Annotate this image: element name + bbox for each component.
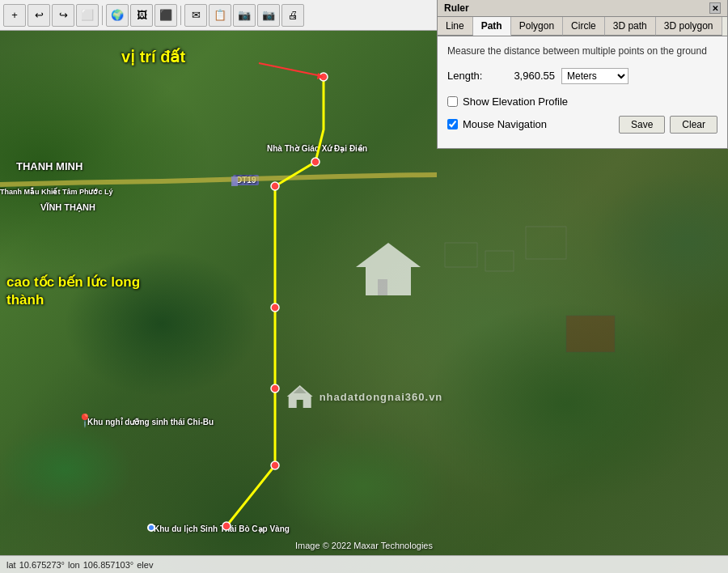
toolbar-btn-rect[interactable]: ⬜ <box>76 4 99 27</box>
tab-line[interactable]: Line <box>438 17 473 36</box>
poi-marker-chibu: 📍 <box>77 413 93 428</box>
tab-3dpolygon[interactable]: 3D polygon <box>656 17 722 36</box>
toolbar: + ↩ ↪ ⬜ 🌍 🖼 ⬛ ✉ 📋 📷 📷 🖨 <box>0 0 437 31</box>
ruler-mouse-nav-row: Mouse Navigation Save Clear <box>447 116 717 134</box>
ruler-panel: Ruler ✕ Line Path Polygon Circle 3D path… <box>437 0 728 149</box>
blue-dot-bocapvang <box>147 524 155 532</box>
ruler-body: Measure the distance between multiple po… <box>438 36 727 148</box>
toolbar-btn-back[interactable]: ↩ <box>28 4 50 27</box>
ruler-tabs: Line Path Polygon Circle 3D path 3D poly… <box>438 17 727 36</box>
mouse-navigation-checkbox[interactable] <box>447 119 458 129</box>
ruler-description: Measure the distance between multiple po… <box>447 45 717 58</box>
toolbar-btn-image[interactable]: 🖼 <box>130 4 153 27</box>
ruler-unit-select[interactable]: Meters Kilometers Miles Feet <box>561 68 629 84</box>
tab-polygon[interactable]: Polygon <box>511 17 563 36</box>
toolbar-separator-2 <box>180 6 181 25</box>
ruler-title: Ruler <box>444 2 469 14</box>
lat-value: 10.675273° <box>19 560 65 570</box>
toolbar-btn-camera2[interactable]: 📷 <box>257 4 280 27</box>
ruler-titlebar: Ruler ✕ <box>438 0 727 17</box>
close-icon: ✕ <box>712 4 718 13</box>
save-button[interactable]: Save <box>619 116 665 134</box>
watermark-text: nhadatdongnai360.vn <box>320 391 443 403</box>
toolbar-btn-print[interactable]: 🖨 <box>281 4 304 27</box>
toolbar-btn-dark[interactable]: ⬛ <box>154 4 177 27</box>
map-container: + ↩ ↪ ⬜ 🌍 🖼 ⬛ ✉ 📋 📷 📷 🖨 Ruler ✕ Line Pat… <box>0 0 728 573</box>
elevation-profile-checkbox[interactable] <box>447 96 458 107</box>
ruler-close-button[interactable]: ✕ <box>709 2 721 14</box>
toolbar-btn-clipboard[interactable]: 📋 <box>209 4 231 27</box>
ruler-length-value: 3,960.55 <box>498 70 555 82</box>
toolbar-btn-mail[interactable]: ✉ <box>184 4 207 27</box>
toolbar-btn-zoom-in[interactable]: + <box>3 4 26 27</box>
image-copyright: Image © 2022 Maxar Technologies <box>295 541 433 550</box>
watermark: nhadatdongnai360.vn <box>286 382 443 411</box>
elevation-profile-label: Show Elevation Profile <box>463 96 568 108</box>
toolbar-btn-camera1[interactable]: 📷 <box>233 4 256 27</box>
lon-label: lon <box>68 560 80 570</box>
tab-3dpath[interactable]: 3D path <box>605 17 656 36</box>
lon-value: 106.857103° <box>83 560 134 570</box>
mouse-navigation-label: Mouse Navigation <box>463 118 547 130</box>
toolbar-btn-forward[interactable]: ↪ <box>52 4 74 27</box>
toolbar-separator-1 <box>102 6 103 25</box>
lat-label: lat <box>6 560 16 570</box>
ruler-length-row: Length: 3,960.55 Meters Kilometers Miles… <box>447 68 717 84</box>
tab-circle[interactable]: Circle <box>563 17 605 36</box>
watermark-house-icon <box>286 382 315 411</box>
clear-button[interactable]: Clear <box>670 116 717 134</box>
ruler-action-buttons: Save Clear <box>619 116 717 134</box>
tab-path[interactable]: Path <box>473 17 511 36</box>
statusbar: lat 10.675273° lon 106.857103° elev <box>0 555 728 573</box>
elev-label: elev <box>137 560 153 570</box>
toolbar-btn-globe[interactable]: 🌍 <box>106 4 129 27</box>
ruler-mouse-left: Mouse Navigation <box>447 118 547 130</box>
ruler-length-label: Length: <box>447 70 492 82</box>
ruler-elevation-row: Show Elevation Profile <box>447 96 717 108</box>
